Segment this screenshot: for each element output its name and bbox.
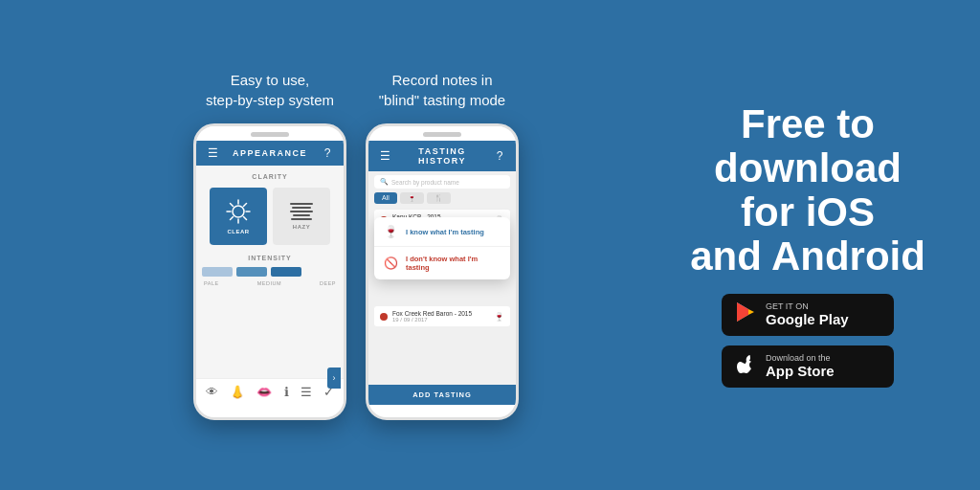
history-title: TASTING HISTORY [393,146,491,166]
popup-eye-slash-icon: 🚫 [384,256,398,270]
google-play-button[interactable]: GET IT ON Google Play [722,294,894,336]
phone1-container: Easy to use, step-by-step system ☰ APPEA… [193,70,346,420]
svg-line-6 [244,217,247,220]
cta-title: Free to download for iOS and Android [690,102,925,279]
phones-section: Easy to use, step-by-step system ☰ APPEA… [38,70,674,420]
app-header-appearance: ☰ APPEARANCE ? [196,141,344,166]
list-icon[interactable]: ☰ [301,385,312,399]
filter-tabs: All 🍷 🍴 [368,192,516,208]
intensity-bars [202,263,338,280]
nose-icon[interactable]: 👃 [230,385,245,399]
info-icon[interactable]: ℹ [284,385,289,399]
intensity-medium-bar[interactable] [236,267,267,277]
intensity-labels: PALE MEDIUM DEEP [202,280,338,286]
clarity-clear-card[interactable]: CLEAR [210,188,267,245]
deep-label: DEEP [320,280,336,286]
app-header-history: ☰ TASTING HISTORY ? [368,141,516,171]
google-play-main: Google Play [766,311,849,328]
phone1-bottom-bar: 👁 👃 👄 ℹ ☰ ✓ [196,378,344,405]
apple-icon [735,353,756,380]
clarity-row: CLEAR HAZY [202,188,338,245]
phone1-screen: ☰ APPEARANCE ? CLARITY [196,141,344,405]
phone2-notch [368,126,516,141]
phone1-notch [196,126,344,141]
app-store-sub: Download on the [766,354,835,363]
hazy-label: HAZY [293,224,310,230]
help-icon[interactable]: ? [319,146,336,160]
app-store-text: Download on the App Store [766,354,835,380]
app-store-button[interactable]: Download on the App Store [722,345,894,388]
help-icon2[interactable]: ? [491,149,508,163]
phone2-container: Record notes in "blind" tasting mode ☰ T… [366,70,519,420]
tasting-wine-icon-2: 🍷 [494,312,504,322]
intensity-deep-bar[interactable] [271,267,301,277]
svg-line-7 [244,204,247,207]
tasting-item-2[interactable]: Fox Creek Red Baron - 2015 19 / 09 / 201… [374,306,510,326]
phone2-speaker [423,132,461,137]
phone2: ☰ TASTING HISTORY ? 🔍 Search by product … [366,123,519,420]
popup-unknown-text: I don't know what I'm tasting [406,255,501,272]
filter-food[interactable]: 🍴 [427,192,451,204]
phone2-caption: Record notes in "blind" tasting mode [379,70,505,110]
google-play-sub: GET IT ON [766,302,849,311]
popup-know-option[interactable]: 🍷 I know what I'm tasting [374,217,510,247]
intensity-pale-bar[interactable] [202,267,233,277]
store-buttons: GET IT ON Google Play Download on the Ap… [722,294,894,388]
intensity-label: INTENSITY [202,255,338,261]
appearance-content: CLARITY [196,166,344,378]
clarity-hazy-card[interactable]: HAZY [273,188,330,245]
app-store-main: App Store [766,363,835,380]
tasting-dot-2 [380,313,388,321]
popup-wine-icon: 🍷 [384,225,398,238]
sun-icon [225,198,252,225]
clear-label: CLEAR [227,229,249,234]
phone1-speaker [251,132,289,137]
eye-icon[interactable]: 👁 [206,385,218,399]
cta-section: Free to download for iOS and Android GET… [674,102,942,389]
google-play-icon [735,301,756,328]
popup-know-text: I know what I'm tasting [406,228,484,236]
phone1: ☰ APPEARANCE ? CLARITY [193,123,346,420]
taste-icon[interactable]: 👄 [256,385,272,399]
pale-label: PALE [204,280,219,286]
clarity-label: CLARITY [202,173,338,180]
phone1-caption: Easy to use, step-by-step system [206,70,334,110]
tasting-date-2: 19 / 09 / 2017 [392,317,489,323]
search-placeholder: Search by product name [391,179,459,186]
intensity-section: INTENSITY PALE MEDIUM DEEP [202,255,338,286]
tasting-list: Kanu KCB - 2015 19 / 09 / 2017 🍷 🍷 I kno… [368,208,516,385]
hazy-icon [290,203,313,220]
svg-line-5 [231,204,234,207]
svg-point-0 [233,206,244,217]
popup-unknown-option[interactable]: 🚫 I don't know what I'm tasting [374,247,510,279]
appearance-title: APPEARANCE [221,148,319,158]
medium-label: MEDIUM [257,280,281,286]
search-icon: 🔍 [380,178,389,186]
phone2-screen: ☰ TASTING HISTORY ? 🔍 Search by product … [368,141,516,405]
next-arrow[interactable]: › [327,368,341,389]
back-icon[interactable]: ☰ [204,146,221,160]
search-bar[interactable]: 🔍 Search by product name [374,175,510,189]
tasting-info-2: Fox Creek Red Baron - 2015 19 / 09 / 201… [392,310,489,323]
add-tasting-button[interactable]: ADD TASTING [368,385,516,405]
google-play-text: GET IT ON Google Play [766,302,849,328]
filter-wine[interactable]: 🍷 [400,192,424,204]
filter-all[interactable]: All [374,192,397,204]
menu-icon[interactable]: ☰ [376,149,393,163]
tasting-name-2: Fox Creek Red Baron - 2015 [392,310,489,317]
tasting-popup: 🍷 I know what I'm tasting 🚫 I don't know… [374,217,510,279]
svg-line-8 [231,217,234,220]
